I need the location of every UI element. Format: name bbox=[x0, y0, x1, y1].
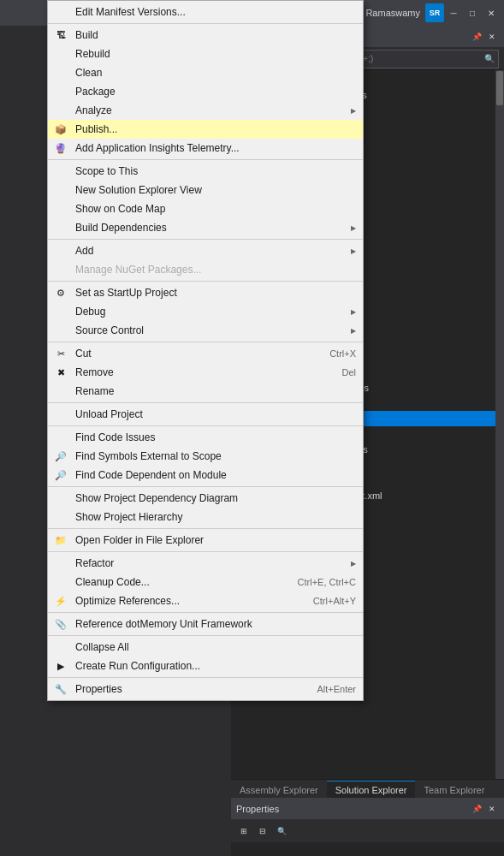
menu-item-label-properties: Properties bbox=[75, 683, 122, 695]
build-icon: 🏗 bbox=[53, 27, 68, 43]
menu-item-arrow-refactor: ▶ bbox=[351, 560, 356, 568]
menu-item-cut[interactable]: ✂CutCtrl+X bbox=[48, 344, 363, 363]
menu-item-shortcut-remove: Del bbox=[324, 367, 356, 377]
menu-separator-sep12 bbox=[48, 677, 363, 678]
find-dependent-icon: 🔎 bbox=[53, 467, 68, 483]
panel-pin-button[interactable]: 📌 bbox=[470, 30, 483, 44]
menu-item-scope[interactable]: Scope to This bbox=[48, 162, 363, 181]
left-sidebar bbox=[0, 26, 36, 856]
scroll-area[interactable] bbox=[495, 70, 504, 779]
tab-team-explorer[interactable]: Team Explorer bbox=[415, 781, 493, 798]
menu-item-label-remove: Remove bbox=[75, 366, 114, 378]
menu-item-label-find-issues: Find Code Issues bbox=[75, 431, 155, 443]
properties-title: Properties bbox=[236, 804, 279, 814]
menu-item-publish[interactable]: 📦Publish... bbox=[48, 120, 363, 139]
menu-item-show-map[interactable]: Show on Code Map bbox=[48, 199, 363, 218]
menu-item-label-manage-nuget: Manage NuGet Packages... bbox=[75, 264, 201, 276]
menu-item-label-collapse-all: Collapse All bbox=[75, 641, 129, 653]
menu-item-optimize[interactable]: ⚡Optimize References...Ctrl+Alt+Y bbox=[48, 591, 363, 610]
menu-item-add[interactable]: Add▶ bbox=[48, 241, 363, 260]
menu-separator-sep5 bbox=[48, 402, 363, 403]
menu-item-label-show-hierarchy: Show Project Hierarchy bbox=[75, 511, 182, 523]
menu-item-label-package: Package bbox=[75, 86, 116, 98]
menu-item-label-unload: Unload Project bbox=[75, 408, 143, 420]
menu-item-label-open-folder: Open Folder in File Explorer bbox=[75, 534, 204, 546]
menu-item-build-deps[interactable]: Build Dependencies▶ bbox=[48, 218, 363, 237]
prop-btn-3[interactable]: 🔍 bbox=[272, 823, 291, 840]
menu-item-shortcut-properties: Alt+Enter bbox=[299, 684, 356, 694]
menu-item-shortcut-optimize: Ctrl+Alt+Y bbox=[296, 596, 356, 606]
menu-item-open-folder[interactable]: 📁Open Folder in File Explorer bbox=[48, 531, 363, 550]
optimize-icon: ⚡ bbox=[53, 593, 68, 609]
menu-item-label-rename: Rename bbox=[75, 385, 114, 397]
bottom-tabs: Assembly ExplorerSolution ExplorerTeam E… bbox=[231, 779, 504, 798]
menu-item-insights[interactable]: 🔮Add Application Insights Telemetry... bbox=[48, 139, 363, 158]
menu-item-label-clean: Clean bbox=[75, 67, 102, 79]
menu-item-build[interactable]: 🏗Build bbox=[48, 26, 363, 45]
remove-icon: ✖ bbox=[53, 365, 68, 380]
menu-item-source-control[interactable]: Source Control▶ bbox=[48, 321, 363, 340]
close-button[interactable]: ✕ bbox=[482, 3, 501, 22]
menu-item-label-build-deps: Build Dependencies bbox=[75, 222, 167, 234]
menu-item-package[interactable]: Package bbox=[48, 82, 363, 101]
menu-item-arrow-analyze: ▶ bbox=[351, 107, 356, 115]
find-symbols-icon: 🔎 bbox=[53, 449, 68, 464]
menu-item-label-find-symbols: Find Symbols External to Scope bbox=[75, 450, 222, 462]
menu-item-show-hierarchy[interactable]: Show Project Hierarchy bbox=[48, 508, 363, 526]
menu-item-label-build: Build bbox=[75, 29, 98, 41]
menu-separator-sep11 bbox=[48, 635, 363, 636]
menu-separator-sep10 bbox=[48, 612, 363, 613]
menu-item-clean[interactable]: Clean bbox=[48, 63, 363, 82]
menu-item-reference-dotmemory[interactable]: 📎Reference dotMemory Unit Framework bbox=[48, 615, 363, 633]
menu-item-shortcut-cut: Ctrl+X bbox=[312, 348, 356, 359]
menu-item-remove[interactable]: ✖RemoveDel bbox=[48, 363, 363, 382]
menu-item-edit-manifest[interactable]: Edit Manifest Versions... bbox=[48, 3, 363, 21]
maximize-button[interactable]: □ bbox=[463, 3, 482, 22]
menu-item-properties[interactable]: 🔧PropertiesAlt+Enter bbox=[48, 680, 363, 698]
menu-item-label-add: Add bbox=[75, 245, 93, 257]
properties-close-button[interactable]: ✕ bbox=[485, 802, 499, 816]
menu-item-label-refactor: Refactor bbox=[75, 557, 114, 569]
menu-separator-sep9 bbox=[48, 551, 363, 552]
properties-pin-button[interactable]: 📌 bbox=[470, 802, 483, 816]
search-icon[interactable]: 🔍 bbox=[484, 54, 495, 63]
menu-item-analyze[interactable]: Analyze▶ bbox=[48, 101, 363, 120]
menu-item-rename[interactable]: Rename bbox=[48, 382, 363, 401]
menu-item-new-explorer[interactable]: New Solution Explorer View bbox=[48, 181, 363, 199]
menu-item-find-dependent[interactable]: 🔎Find Code Dependent on Module bbox=[48, 466, 363, 484]
tab-assembly-explorer[interactable]: Assembly Explorer bbox=[231, 781, 327, 798]
menu-item-label-publish: Publish... bbox=[75, 123, 117, 135]
panel-close-button[interactable]: ✕ bbox=[485, 30, 499, 44]
reference-dotmemory-icon: 📎 bbox=[53, 616, 68, 632]
menu-item-label-reference-dotmemory: Reference dotMemory Unit Framework bbox=[75, 618, 252, 630]
menu-item-cleanup[interactable]: Cleanup Code...Ctrl+E, Ctrl+C bbox=[48, 573, 363, 591]
menu-separator-sep2 bbox=[48, 239, 363, 240]
menu-item-refactor[interactable]: Refactor▶ bbox=[48, 554, 363, 573]
menu-item-create-run[interactable]: ▶Create Run Configuration... bbox=[48, 657, 363, 675]
tab-solution-explorer[interactable]: Solution Explorer bbox=[327, 781, 416, 798]
menu-item-find-symbols[interactable]: 🔎Find Symbols External to Scope bbox=[48, 447, 363, 466]
menu-item-unload[interactable]: Unload Project bbox=[48, 405, 363, 424]
menu-item-label-cut: Cut bbox=[75, 348, 92, 360]
prop-btn-1[interactable]: ⊞ bbox=[234, 823, 253, 840]
menu-separator-sep4 bbox=[48, 342, 363, 342]
create-run-icon: ▶ bbox=[53, 658, 68, 674]
menu-item-collapse-all[interactable]: Collapse All bbox=[48, 638, 363, 657]
menu-item-debug[interactable]: Debug▶ bbox=[48, 302, 363, 321]
minimize-button[interactable]: ─ bbox=[444, 3, 463, 22]
context-menu: Edit Manifest Versions...🏗BuildRebuildCl… bbox=[47, 0, 364, 701]
properties-header: Properties 📌 ✕ bbox=[231, 798, 504, 820]
scroll-thumb[interactable] bbox=[496, 71, 503, 105]
menu-item-arrow-debug: ▶ bbox=[351, 308, 356, 316]
username-badge: SR bbox=[425, 3, 444, 22]
menu-item-label-insights: Add Application Insights Telemetry... bbox=[75, 142, 240, 154]
menu-item-label-source-control: Source Control bbox=[75, 324, 144, 336]
properties-toolbar: ⊞ ⊟ 🔍 bbox=[231, 820, 504, 842]
menu-item-set-startup[interactable]: ⚙Set as StartUp Project bbox=[48, 283, 363, 302]
menu-item-rebuild[interactable]: Rebuild bbox=[48, 45, 363, 63]
prop-btn-2[interactable]: ⊟ bbox=[253, 823, 272, 840]
menu-item-label-set-startup: Set as StartUp Project bbox=[75, 287, 177, 299]
cut-icon: ✂ bbox=[53, 346, 68, 361]
menu-item-find-issues[interactable]: Find Code Issues bbox=[48, 428, 363, 447]
menu-item-show-dep-diagram[interactable]: Show Project Dependency Diagram bbox=[48, 489, 363, 508]
